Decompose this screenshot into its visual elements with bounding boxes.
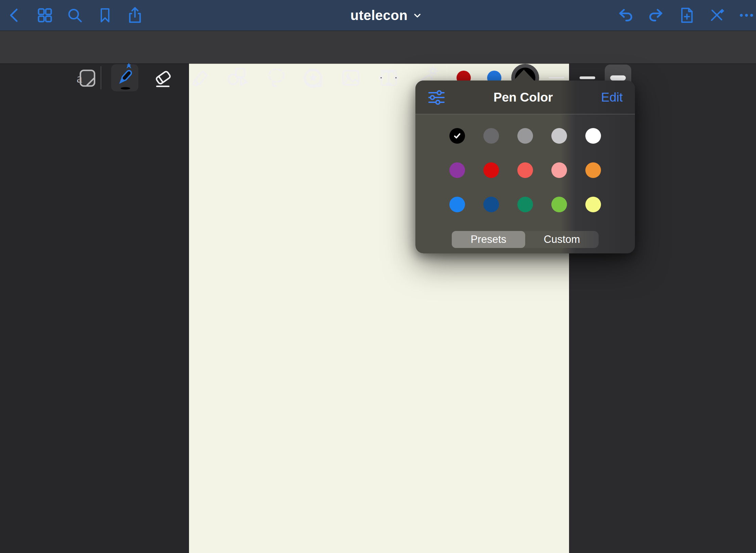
top-navigation-bar: utelecon [0,0,756,31]
back-icon[interactable] [6,7,23,24]
color-swatch-black-selected[interactable] [449,128,465,144]
color-swatch-blue[interactable] [449,197,465,212]
color-swatch-gray[interactable] [517,128,533,144]
color-palette-grid [449,128,601,212]
elements-tool-icon[interactable] [301,66,326,90]
color-swatch-white[interactable] [585,128,601,144]
color-swatch-red[interactable] [483,162,499,178]
color-swatch-light-gray[interactable] [551,128,567,144]
tab-custom[interactable]: Custom [525,231,599,248]
pen-color-popover: Pen Color Edit Presets Custom [415,81,635,253]
shapes-tool-icon[interactable] [225,66,250,90]
color-swatch-dark-gray[interactable] [483,128,499,144]
search-icon[interactable] [66,6,84,24]
svg-text:a: a [77,71,83,85]
zoom-window-icon[interactable]: a [74,66,98,90]
more-icon[interactable] [737,6,756,24]
color-swatch-navy[interactable] [483,197,499,212]
redo-icon[interactable] [647,6,664,24]
checkmark-icon [453,131,462,140]
image-tool-icon[interactable] [339,66,363,90]
toolbar-separator [101,66,101,89]
stroke-width-thin-button[interactable] [549,77,564,78]
pen-settings-icon[interactable] [428,90,445,105]
undo-icon[interactable] [617,6,635,24]
add-page-icon[interactable] [678,6,695,25]
chevron-down-icon [413,11,422,20]
color-swatch-pink[interactable] [551,162,567,178]
share-icon[interactable] [126,6,144,25]
bookmark-icon[interactable] [97,6,114,24]
color-swatch-coral[interactable] [517,162,533,178]
palette-tabs: Presets Custom [452,231,599,248]
lasso-tool-icon[interactable] [264,66,288,90]
text-tool-icon[interactable] [377,66,400,90]
color-swatch-purple[interactable] [449,162,465,178]
app-window: utelecon [0,0,756,553]
document-title-label: utelecon [350,8,408,23]
eraser-tool-icon[interactable] [151,66,175,90]
edit-button[interactable]: Edit [601,90,623,105]
popover-title: Pen Color [494,90,553,105]
document-title[interactable]: utelecon [350,8,422,23]
pen-tool-icon[interactable] [109,63,138,92]
tab-presets[interactable]: Presets [452,231,525,248]
canvas-area [0,64,756,553]
popover-header: Pen Color Edit [415,81,635,114]
bluetooth-glyph [127,64,130,67]
color-swatch-yellow[interactable] [585,197,601,212]
stroke-width-medium-button[interactable] [580,76,595,79]
color-swatch-teal[interactable] [517,197,533,212]
stylus-mode-icon[interactable] [708,6,725,24]
page-grid-icon[interactable] [36,6,54,24]
drawing-toolbar: a [0,31,756,64]
color-swatch-orange[interactable] [585,162,601,178]
highlighter-tool-icon[interactable] [189,66,213,90]
color-swatch-green[interactable] [551,197,567,212]
